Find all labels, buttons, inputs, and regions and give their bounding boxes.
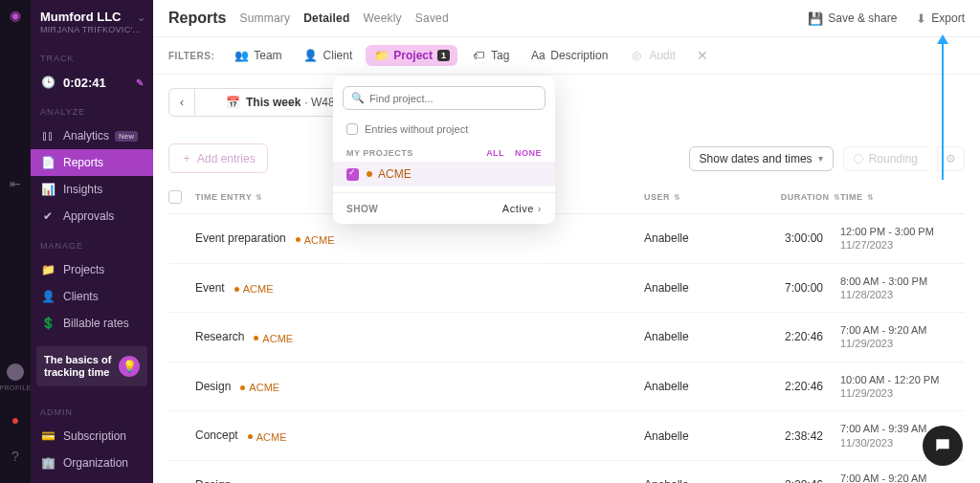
period-toolbar: ‹ 📅 This week · W48 (153, 75, 980, 117)
collapse-icon[interactable]: ⇤ (6, 174, 25, 193)
sidebar-item-settings[interactable]: ⚙ Settings (31, 476, 153, 483)
project-tag[interactable]: ACME (254, 333, 293, 344)
search-icon: 🔍 (351, 92, 365, 104)
prev-week-button[interactable]: ‹ (168, 88, 195, 117)
project-color-dot (367, 171, 372, 177)
project-color-dot (254, 336, 258, 340)
sidebar-item-insights[interactable]: 📊 Insights (31, 176, 153, 203)
project-color-dot (240, 385, 245, 390)
avatar[interactable] (7, 363, 24, 381)
filter-tag[interactable]: 🏷 Tag (463, 45, 517, 66)
sidebar-item-billable[interactable]: 💲 Billable rates (31, 310, 153, 337)
tab-detailed[interactable]: Detailed (303, 11, 349, 25)
tab-saved[interactable]: Saved (415, 11, 449, 25)
chevron-right-icon: › (538, 203, 542, 214)
entry-time: 7:00 AM - 9:20 AM11/29/2023 (840, 323, 965, 351)
table-row[interactable]: ConceptACMEAnabelle2:38:427:00 AM - 9:39… (168, 411, 965, 461)
team-icon: 👥 (234, 49, 249, 62)
audit-icon: ◎ (629, 49, 644, 62)
calendar-icon: 📅 (226, 96, 240, 109)
entry-name: Concept (195, 428, 238, 442)
sidebar-item-timer[interactable]: 🕒 0:02:41 ✎ (31, 69, 153, 96)
controls-row: ＋ Add entries Show dates and times ▾ Rou… (153, 117, 980, 183)
pencil-icon[interactable]: ✎ (136, 77, 144, 88)
sort-icon[interactable]: ⇅ (256, 193, 263, 202)
sidebar-item-analytics[interactable]: ⫿⫿ Analytics New (31, 122, 153, 149)
bulb-icon: 💡 (119, 356, 140, 377)
project-option-acme[interactable]: ACME (333, 162, 555, 187)
filter-team[interactable]: 👥 Team (226, 45, 289, 66)
description-icon: Aa (530, 49, 546, 62)
card-icon: 💳 (40, 428, 56, 444)
table-row[interactable]: DesignACMEAnabelle2:20:4610:00 AM - 12:2… (168, 362, 965, 412)
entry-user: Anabelle (644, 478, 749, 483)
table-row[interactable]: ResearchACMEAnabelle2:20:467:00 AM - 9:2… (168, 313, 965, 362)
check-icon: ✔ (40, 209, 56, 224)
sidebar: Mumford LLC MIRJANA TRIFKOVIC'... ⌄ TRAC… (31, 0, 153, 483)
save-icon: 💾 (808, 11, 823, 26)
chevron-down-icon: ⌄ (137, 11, 145, 24)
add-entries-button[interactable]: ＋ Add entries (168, 143, 268, 173)
clear-filters-icon[interactable]: ✕ (697, 48, 708, 63)
show-dates-dropdown[interactable]: Show dates and times ▾ (689, 146, 834, 171)
power-icon[interactable]: ◉ (6, 6, 25, 25)
export-arrow-annotation (942, 36, 944, 180)
tab-summary[interactable]: Summary (239, 11, 290, 25)
table-row[interactable]: DesignACMEAnabelle2:20:467:00 AM - 9:20 … (168, 461, 965, 483)
sort-icon[interactable]: ⇅ (867, 193, 875, 202)
save-share-button[interactable]: 💾 Save & share (808, 11, 897, 26)
select-none-link[interactable]: NONE (515, 148, 542, 158)
show-filter-row[interactable]: SHOW Active › (333, 192, 555, 224)
project-tag[interactable]: ACME (296, 234, 335, 246)
sidebar-item-projects[interactable]: 📁 Projects (31, 256, 153, 283)
page-header: Reports Summary Detailed Weekly Saved 💾 … (153, 0, 980, 37)
sort-icon[interactable]: ⇅ (834, 193, 841, 202)
sort-icon[interactable]: ⇅ (674, 193, 681, 202)
plus-icon: ＋ (181, 150, 192, 166)
sidebar-item-approvals[interactable]: ✔ Approvals (31, 203, 153, 230)
promo-card[interactable]: The basics of tracking time 💡 (36, 346, 147, 386)
project-tag[interactable]: ACME (248, 431, 287, 443)
checkbox[interactable] (346, 123, 358, 135)
section-analyze: ANALYZE (31, 96, 153, 122)
project-search-input[interactable] (369, 93, 537, 104)
sidebar-item-subscription[interactable]: 💳 Subscription (31, 423, 153, 450)
chat-fab[interactable] (923, 426, 963, 466)
filter-description[interactable]: Aa Description (523, 45, 615, 66)
filter-project[interactable]: 📁 Project 1 (366, 45, 457, 66)
project-checkbox[interactable] (346, 168, 359, 181)
tab-weekly[interactable]: Weekly (364, 11, 402, 25)
sidebar-item-organization[interactable]: 🏢 Organization (31, 450, 153, 476)
entry-user: Anabelle (644, 281, 749, 295)
entry-name: Event preparation (195, 231, 286, 245)
entry-name: Event (195, 281, 225, 295)
workspace-switcher[interactable]: Mumford LLC MIRJANA TRIFKOVIC'... ⌄ (31, 0, 153, 42)
rounding-toggle[interactable]: Rounding (843, 146, 927, 171)
table-row[interactable]: Event preparationACMEAnabelle3:00:0012:0… (168, 214, 965, 264)
filter-client[interactable]: 👤 Client (296, 45, 361, 66)
filter-audit[interactable]: ◎ Audit (621, 45, 682, 66)
entry-user: Anabelle (644, 429, 749, 443)
table-row[interactable]: EventACMEAnabelle7:00:008:00 AM - 3:00 P… (168, 264, 965, 314)
filters-bar: FILTERS: 👥 Team 👤 Client 📁 Project 1 🏷 T… (153, 37, 980, 75)
entry-name: Design (195, 380, 231, 393)
insights-icon: 📊 (40, 182, 56, 197)
project-color-dot (248, 434, 253, 439)
project-search[interactable]: 🔍 (343, 86, 546, 110)
select-all-link[interactable]: ALL (486, 148, 504, 158)
project-tag[interactable]: ACME (234, 283, 274, 295)
sidebar-item-clients[interactable]: 👤 Clients (31, 283, 153, 310)
project-color-dot (234, 287, 239, 292)
profile-label: PROFILE (0, 384, 32, 391)
tag-icon: 🏷 (471, 49, 486, 62)
help-icon[interactable]: ? (6, 447, 25, 466)
project-tag[interactable]: ACME (240, 382, 279, 393)
select-all-checkbox[interactable] (168, 190, 182, 204)
gear-icon: ⚙ (946, 152, 956, 165)
chevron-down-icon: ▾ (818, 153, 823, 164)
entries-without-project[interactable]: Entries without project (333, 120, 555, 144)
bell-icon[interactable]: ● (6, 410, 25, 429)
export-button[interactable]: ⬇ Export (916, 11, 965, 26)
entries-table: TIME ENTRY⇅ USER⇅ DURATION⇅ TIME⇅ Event … (153, 183, 980, 483)
sidebar-item-reports[interactable]: 📄 Reports (31, 149, 153, 176)
